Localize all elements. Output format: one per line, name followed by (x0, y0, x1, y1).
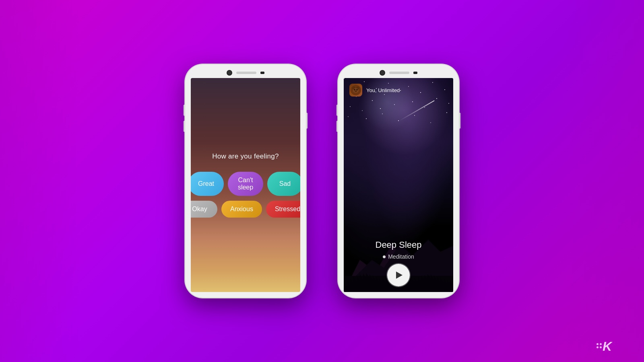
sleep-content: Deep Sleep Meditation (344, 240, 453, 260)
sleep-title: Deep Sleep (376, 240, 422, 250)
logo-dot-1 (597, 343, 599, 345)
okay-button[interactable]: Okay (191, 201, 217, 218)
vol-down-btn (184, 121, 185, 132)
svg-point-9 (355, 90, 357, 92)
logo-dot-3 (597, 346, 599, 348)
mood-screen: How are you feeling? Great Can't sleep S… (191, 78, 300, 292)
mood-question: How are you feeling? (212, 152, 279, 160)
phone-top-bar-2 (338, 64, 459, 78)
sleep-screen-content: You, Unlimited Deep Sleep Meditation (344, 78, 453, 292)
phone-top-bar (185, 64, 306, 78)
vol-down-btn-2 (336, 121, 338, 132)
mood-screen-content: How are you feeling? Great Can't sleep S… (191, 78, 300, 292)
svg-point-8 (356, 89, 358, 90)
front-sensor-2 (413, 72, 417, 74)
sleep-subtitle: Meditation (383, 253, 414, 260)
sleep-subtitle-text: Meditation (388, 253, 414, 260)
logo-dot-4 (600, 346, 602, 348)
cant-sleep-button[interactable]: Can't sleep (228, 172, 263, 196)
sad-button[interactable]: Sad (267, 172, 300, 196)
stressed-button[interactable]: Stressed (266, 201, 300, 218)
mood-row-2: Okay Anxious Stressed (191, 201, 300, 218)
subtitle-dot (383, 255, 386, 258)
vol-up-btn (184, 105, 185, 116)
sleep-header: You, Unlimited (349, 84, 400, 97)
mood-buttons: Great Can't sleep Sad Okay Anxious Stres… (199, 172, 292, 218)
mood-row-1: Great Can't sleep Sad (191, 172, 300, 196)
phone-2: You, Unlimited Deep Sleep Meditation (338, 64, 459, 298)
logo-letter: K (603, 339, 612, 354)
power-btn-2 (459, 113, 460, 129)
stars (344, 78, 345, 79)
front-camera-2 (380, 70, 385, 76)
front-sensor (260, 72, 264, 74)
svg-point-7 (354, 89, 355, 90)
front-camera (227, 70, 232, 76)
speaker (236, 72, 256, 74)
app-icon-inner (349, 84, 362, 97)
play-button[interactable] (387, 264, 410, 286)
speaker-2 (389, 72, 409, 74)
great-button[interactable]: Great (191, 172, 224, 196)
play-icon (396, 272, 402, 279)
phone-1: How are you feeling? Great Can't sleep S… (185, 64, 306, 298)
logo-dots (597, 343, 602, 348)
anxious-button[interactable]: Anxious (221, 201, 262, 218)
phones-container: How are you feeling? Great Can't sleep S… (185, 64, 459, 298)
sleep-screen: You, Unlimited Deep Sleep Meditation (344, 78, 453, 292)
app-title: You, Unlimited (366, 87, 400, 93)
app-icon (349, 84, 362, 97)
power-btn (306, 113, 308, 129)
logo-dot-2 (600, 343, 602, 345)
vol-up-btn-2 (336, 105, 338, 116)
logo-dots-group (597, 343, 602, 350)
brand-logo: K (597, 339, 612, 354)
